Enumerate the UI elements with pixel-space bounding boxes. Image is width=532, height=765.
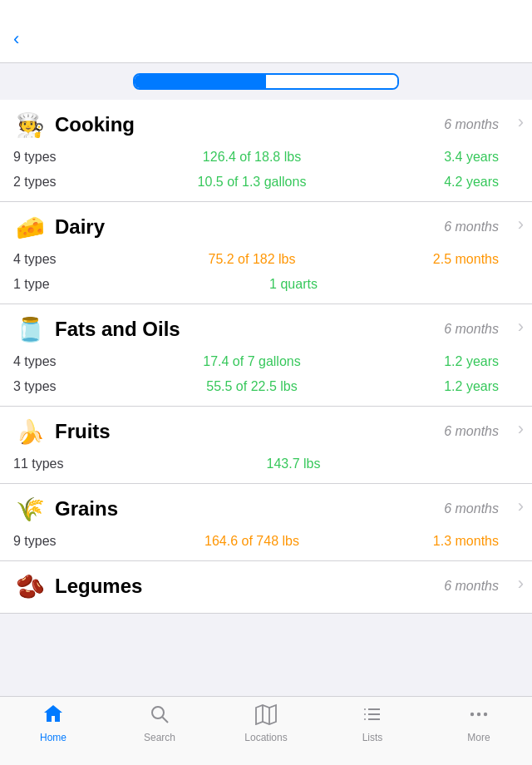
row-amount-cooking-1: 10.5 of 1.3 gallons [88, 175, 416, 190]
category-row-dairy-0: 4 types75.2 of 182 lbs2.5 months [0, 247, 532, 272]
category-block-grains: 🌾Grains6 months›9 types164.6 of 748 lbs1… [0, 484, 532, 561]
category-duration-grains: 6 months [444, 501, 499, 516]
row-years-fats-and-oils-1: 1.2 years [416, 379, 499, 394]
svg-marker-2 [256, 705, 276, 724]
category-header-cooking[interactable]: 🧑‍🍳Cooking6 months› [0, 100, 532, 145]
row-types-fats-and-oils-1: 3 types [13, 379, 88, 394]
row-amount-fats-and-oils-0: 17.4 of 7 gallons [88, 354, 416, 369]
row-types-fats-and-oils-0: 4 types [13, 354, 88, 369]
segment-need-pct[interactable] [266, 75, 397, 88]
row-amount-fruits-0: 143.7 lbs [88, 457, 499, 471]
chevron-right-icon-grains: › [518, 496, 524, 517]
category-icon-grains: 🌾 [13, 492, 47, 526]
category-duration-legumes: 6 months [444, 579, 499, 594]
search-icon [149, 703, 170, 728]
row-types-cooking-0: 9 types [13, 150, 88, 165]
row-types-grains-0: 9 types [13, 534, 88, 549]
nav-bar: ‹ [0, 17, 532, 63]
tab-search[interactable]: Search [106, 703, 213, 743]
row-amount-cooking-0: 126.4 of 18.8 lbs [88, 150, 416, 165]
chevron-right-icon-dairy: › [518, 214, 524, 235]
svg-point-13 [484, 713, 487, 716]
tab-home[interactable]: Home [0, 703, 106, 743]
row-years-grains-0: 1.3 months [416, 534, 499, 549]
category-block-legumes: 🫘Legumes6 months› [0, 561, 532, 614]
category-row-fruits-0: 11 types143.7 lbs [0, 452, 532, 476]
category-header-legumes[interactable]: 🫘Legumes6 months› [0, 561, 532, 606]
chevron-right-icon-fruits: › [518, 418, 524, 440]
tab-bar: Home Search Locations [0, 696, 532, 765]
status-bar [0, 0, 532, 17]
category-name-grains: Grains [55, 497, 444, 521]
more-icon [468, 703, 490, 728]
category-name-fruits: Fruits [55, 420, 444, 443]
tab-more[interactable]: More [426, 703, 532, 743]
row-types-dairy-0: 4 types [13, 252, 88, 267]
tab-search-label: Search [144, 732, 175, 743]
category-row-dairy-1: 1 type1 quarts [0, 272, 532, 297]
nav-back-button[interactable]: ‹ [13, 32, 22, 48]
category-block-fruits: 🍌Fruits6 months›11 types143.7 lbs [0, 407, 532, 484]
category-header-fats-and-oils[interactable]: 🫙Fats and Oils6 months› [0, 304, 532, 349]
category-row-fats-and-oils-0: 4 types17.4 of 7 gallons1.2 years [0, 349, 532, 374]
category-icon-cooking: 🧑‍🍳 [13, 108, 47, 141]
category-row-fats-and-oils-1: 3 types55.5 of 22.5 lbs1.2 years [0, 374, 532, 399]
row-amount-fats-and-oils-1: 55.5 of 22.5 lbs [88, 379, 416, 394]
svg-line-1 [163, 718, 169, 723]
content-area: 🧑‍🍳Cooking6 months›9 types126.4 of 18.8 … [0, 100, 532, 683]
row-years-dairy-0: 2.5 months [416, 252, 499, 267]
category-header-grains[interactable]: 🌾Grains6 months› [0, 484, 532, 529]
segment-container [0, 63, 532, 100]
svg-point-0 [152, 707, 164, 718]
segment-az[interactable] [135, 75, 266, 88]
list-icon [362, 703, 383, 728]
category-name-dairy: Dairy [55, 215, 444, 239]
back-chevron-icon: ‹ [13, 30, 19, 48]
chevron-right-icon-legumes: › [518, 573, 524, 595]
row-amount-grains-0: 164.6 of 748 lbs [88, 534, 416, 549]
category-duration-cooking: 6 months [444, 117, 499, 132]
category-block-fats-and-oils: 🫙Fats and Oils6 months›4 types17.4 of 7 … [0, 304, 532, 407]
tab-locations-label: Locations [244, 732, 287, 743]
category-duration-fats-and-oils: 6 months [444, 322, 499, 337]
category-icon-fats-and-oils: 🫙 [13, 313, 47, 346]
category-row-cooking-1: 2 types10.5 of 1.3 gallons4.2 years [0, 170, 532, 195]
category-name-fats-and-oils: Fats and Oils [55, 318, 444, 341]
row-years-cooking-1: 4.2 years [416, 175, 499, 190]
category-duration-fruits: 6 months [444, 424, 499, 439]
category-icon-legumes: 🫘 [13, 570, 47, 603]
home-icon [42, 703, 64, 728]
row-years-cooking-0: 3.4 years [416, 150, 499, 165]
chevron-right-icon-cooking: › [518, 111, 524, 133]
category-row-grains-0: 9 types164.6 of 748 lbs1.3 months [0, 529, 532, 554]
category-duration-dairy: 6 months [444, 220, 499, 234]
map-icon [255, 703, 277, 728]
category-name-cooking: Cooking [55, 113, 444, 136]
chevron-right-icon-fats-and-oils: › [518, 316, 524, 338]
category-header-fruits[interactable]: 🍌Fruits6 months› [0, 407, 532, 452]
row-years-fats-and-oils-0: 1.2 years [416, 354, 499, 369]
category-block-cooking: 🧑‍🍳Cooking6 months›9 types126.4 of 18.8 … [0, 100, 532, 202]
tab-locations[interactable]: Locations [213, 703, 319, 743]
category-row-cooking-0: 9 types126.4 of 18.8 lbs3.4 years [0, 145, 532, 170]
row-types-cooking-1: 2 types [13, 175, 88, 190]
categories-list: 🧑‍🍳Cooking6 months›9 types126.4 of 18.8 … [0, 100, 532, 614]
tab-home-label: Home [40, 732, 66, 743]
svg-point-12 [477, 713, 480, 716]
row-amount-dairy-1: 1 quarts [88, 277, 499, 292]
row-types-dairy-1: 1 type [13, 277, 88, 292]
category-icon-fruits: 🍌 [13, 415, 47, 448]
category-icon-dairy: 🧀 [13, 210, 47, 244]
svg-point-11 [470, 713, 474, 716]
tab-more-label: More [467, 732, 490, 743]
tab-lists[interactable]: Lists [319, 703, 426, 743]
category-block-dairy: 🧀Dairy6 months›4 types75.2 of 182 lbs2.5… [0, 202, 532, 304]
row-types-fruits-0: 11 types [13, 457, 88, 471]
segment-control [133, 73, 399, 90]
category-header-dairy[interactable]: 🧀Dairy6 months› [0, 202, 532, 247]
row-amount-dairy-0: 75.2 of 182 lbs [88, 252, 416, 267]
category-name-legumes: Legumes [55, 575, 444, 598]
tab-lists-label: Lists [362, 732, 383, 743]
